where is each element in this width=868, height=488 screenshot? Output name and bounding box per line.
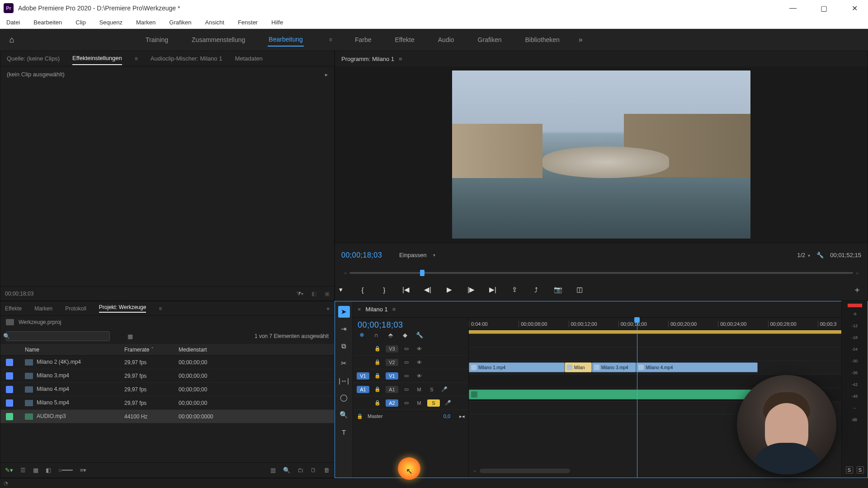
source-patch[interactable]: V1 <box>357 372 369 380</box>
tab-effekte[interactable]: Effekte <box>5 305 22 312</box>
comparison-icon[interactable]: ◫ <box>574 284 585 296</box>
sync-lock-icon[interactable]: ▭ <box>402 373 411 379</box>
menu-marken[interactable]: Marken <box>133 18 158 27</box>
tab-marken[interactable]: Marken <box>34 305 52 312</box>
go-to-in-icon[interactable]: |◀ <box>400 284 412 296</box>
menu-clip[interactable]: Clip <box>73 18 88 27</box>
master-lock-icon[interactable]: 🔒 <box>357 413 363 419</box>
sequence-name[interactable]: Milano 1 <box>366 306 388 313</box>
label-color-chip[interactable] <box>6 372 13 380</box>
ruler-tick[interactable]: 00;00;12;00 <box>569 321 618 327</box>
toggle-output-icon[interactable]: 👁 <box>415 373 424 379</box>
ruler-tick[interactable]: 00;00;20;00 <box>668 321 718 327</box>
track-v1-lane[interactable]: Milano 1.mp4MilanMilano 3.mp4Milano 4.mp… <box>469 361 868 375</box>
label-color-chip[interactable] <box>6 359 13 366</box>
program-viewer[interactable] <box>335 66 868 243</box>
project-tabs-overflow-icon[interactable]: » <box>326 305 330 312</box>
lock-icon[interactable]: 🔒 <box>373 359 382 365</box>
label-color-chip[interactable] <box>6 399 13 407</box>
marker-icon[interactable]: ◆ <box>401 332 409 338</box>
project-row[interactable]: Milano 2 (4K).mp4 29,97 fps 00;00;00;00 <box>0 356 334 369</box>
maximize-button[interactable]: ▢ <box>814 1 834 15</box>
new-bin-icon[interactable]: 🗀 <box>297 467 303 474</box>
zoom-slider-icon[interactable]: ○━━━ <box>58 467 73 474</box>
add-button-icon[interactable]: ＋ <box>853 284 861 295</box>
workspace-farbe[interactable]: Farbe <box>354 33 373 46</box>
track-target[interactable]: V3 <box>386 345 398 352</box>
video-clip[interactable]: Milan <box>565 362 592 372</box>
col-framerate[interactable]: Framerate ˄ <box>124 347 179 353</box>
source-patch[interactable]: A1 <box>357 386 369 393</box>
tab-metadata[interactable]: Metadaten <box>235 52 263 65</box>
sort-icon[interactable]: ≡▾ <box>80 467 87 474</box>
step-fwd-icon[interactable]: |▶ <box>465 284 477 296</box>
workspace-grafiken[interactable]: Grafiken <box>477 33 503 46</box>
solo-button[interactable]: S <box>427 387 436 392</box>
workspace-audio[interactable]: Audio <box>437 33 455 46</box>
toggle-output-icon[interactable]: 👁 <box>415 346 424 352</box>
linked-selection-icon[interactable]: ∩ <box>372 332 380 338</box>
project-row[interactable]: AUDIO.mp3 44100 Hz 00:00:00:0000 <box>0 410 334 423</box>
video-clip[interactable]: Milano 3.mp4 <box>592 362 637 372</box>
ruler-tick[interactable]: 00;00;28;00 <box>768 321 818 327</box>
workspace-training[interactable]: Training <box>145 33 169 46</box>
track-target[interactable]: A1 <box>386 386 398 393</box>
track-v3-lane[interactable] <box>469 334 868 347</box>
video-clip[interactable]: Milano 4.mp4 <box>636 362 758 372</box>
project-search-input[interactable] <box>6 331 110 341</box>
sync-lock-icon[interactable]: ▭ <box>402 400 411 406</box>
ruler-tick[interactable]: 00;00;08;00 <box>519 321 568 327</box>
wrench-icon[interactable]: 🔧 <box>816 252 824 258</box>
freeform-view-icon[interactable]: ◧ <box>46 467 51 474</box>
tl-zoom-out-icon[interactable]: ○ <box>473 469 476 474</box>
label-color-chip[interactable] <box>6 413 13 420</box>
lock-icon[interactable]: 🔒 <box>373 346 382 352</box>
slip-tool-icon[interactable]: |↔| <box>338 375 350 386</box>
settings-icon[interactable]: 🔧 <box>415 332 424 338</box>
workspace-zusammenstellung[interactable]: Zusammenstellung <box>191 33 246 46</box>
master-value[interactable]: 0,0 <box>443 413 450 419</box>
razor-tool-icon[interactable]: ✂ <box>338 357 350 369</box>
workspace-bibliotheken[interactable]: Bibliotheken <box>524 33 561 46</box>
track-target[interactable]: A2 <box>386 399 398 407</box>
close-sequence-icon[interactable]: × <box>358 306 361 313</box>
ruler-tick[interactable]: 00;00;16;00 <box>618 321 668 327</box>
track-header-v2[interactable]: 🔒V2▭👁 <box>353 356 468 369</box>
video-clip[interactable]: Milano 1.mp4 <box>469 362 565 372</box>
solo-button[interactable]: S <box>427 399 440 407</box>
step-back-icon[interactable]: ◀| <box>422 284 434 296</box>
new-item-icon[interactable]: 🗋 <box>311 467 316 474</box>
workspace-effekte[interactable]: Effekte <box>394 33 415 46</box>
expand-icon[interactable]: ▸ <box>325 71 328 78</box>
playhead[interactable] <box>637 318 637 478</box>
delete-icon[interactable]: 🗑 <box>324 467 330 474</box>
ruler-tick[interactable]: 00;00;24;00 <box>718 321 768 327</box>
solo-right-button[interactable]: S <box>857 466 864 474</box>
icon-view-icon[interactable]: ▦ <box>33 467 38 474</box>
project-panel-menu-icon[interactable]: ≡ <box>159 305 162 312</box>
add-marker-icon[interactable]: ▾ <box>335 284 347 296</box>
program-timecode[interactable]: 00;00;18;03 <box>341 251 382 259</box>
menu-datei[interactable]: Datei <box>4 18 23 27</box>
panel-menu-icon[interactable]: ≡ <box>135 56 138 62</box>
project-row[interactable]: Milano 3.mp4 29,97 fps 00;00;00;00 <box>0 369 334 383</box>
track-header-v1[interactable]: V1🔒V1▭👁 <box>353 369 468 383</box>
in-out-range[interactable] <box>469 330 868 334</box>
tl-horizontal-scrollbar[interactable] <box>480 469 570 473</box>
type-tool-icon[interactable]: T <box>338 426 350 438</box>
find-icon[interactable]: 🔍 <box>283 467 290 474</box>
label-color-chip[interactable] <box>6 386 13 393</box>
lift-icon[interactable]: ⇪ <box>509 284 520 296</box>
sequence-menu-icon[interactable]: ≡ <box>392 306 396 313</box>
tab-effect-settings[interactable]: Effekteinstellungen <box>72 52 122 65</box>
zoom-dropdown[interactable]: 1/2 <box>797 252 810 258</box>
hand-tool-icon[interactable]: 🔍 <box>338 409 350 421</box>
export-frame-icon[interactable]: 📷 <box>552 284 564 296</box>
ruler-tick[interactable]: 0:04:00 <box>469 321 519 327</box>
list-view-icon[interactable]: ☰ <box>20 467 26 474</box>
program-menu-icon[interactable]: ≡ <box>399 56 402 62</box>
voiceover-icon[interactable]: 🎤 <box>443 400 453 406</box>
insert-icon[interactable]: ◧ <box>311 291 316 297</box>
menu-sequenz[interactable]: Sequenz <box>97 18 125 27</box>
track-select-tool-icon[interactable]: ⇥ <box>338 323 350 335</box>
